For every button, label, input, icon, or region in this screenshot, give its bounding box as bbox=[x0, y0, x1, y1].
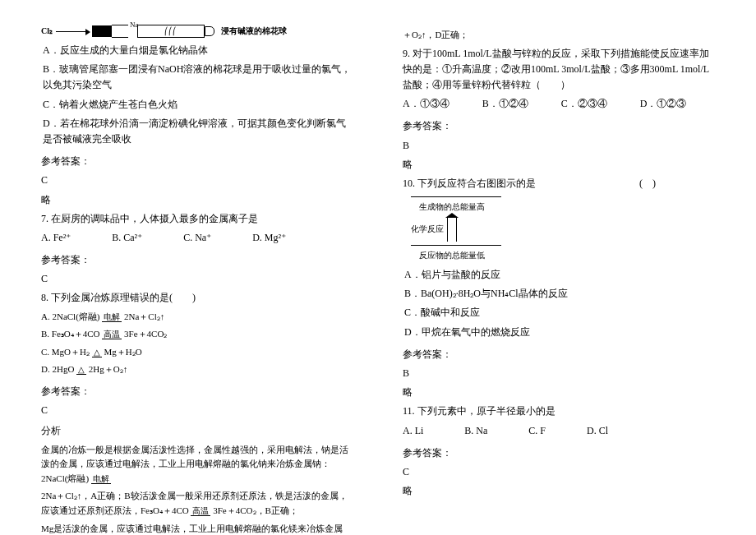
question-11: 11. 下列元素中，原子半径最小的是 bbox=[403, 404, 715, 419]
q11-opt-A: A. Li bbox=[403, 423, 423, 439]
q7-opt-C: C. Na⁺ bbox=[183, 230, 211, 246]
q8-opt-C: C. MgO＋H₂ △ Mg＋H₂O bbox=[41, 345, 353, 360]
analysis-para-2: Mg是活泼的金属，应该通过电解法，工业上用电解熔融的氯化镁来冶炼金属镁，MgCl… bbox=[41, 522, 353, 535]
energy-diagram: 生成物的总能量高 化学反应 反应物的总能量低 bbox=[411, 196, 542, 262]
q11-opt-D: D. Cl bbox=[587, 423, 608, 439]
q8C-cond: △ bbox=[92, 348, 102, 357]
ref-answer-label-7: 参考答案： bbox=[41, 252, 353, 268]
tube-cap bbox=[205, 26, 214, 36]
tube-assembly: Na ⎛⎛⎛ bbox=[92, 25, 214, 38]
analysis-label: 分析 bbox=[41, 423, 353, 439]
q8-opt-A: A. 2NaCl(熔融) 电解 2Na＋Cl₂↑ bbox=[41, 310, 353, 325]
q8D-tail: 2Hg＋O₂↑ bbox=[86, 364, 127, 374]
tube-body: ⎛⎛⎛ bbox=[137, 25, 205, 38]
q9-options: A．①③④ B．①②④ C．②③④ D．①②③ bbox=[403, 96, 715, 112]
q8A-head: A. 2NaCl(熔融) bbox=[41, 311, 102, 321]
q6-option-B: B．玻璃管尾部塞一团浸有NaOH溶液的棉花球是用于吸收过量的氯气，以免其污染空气 bbox=[43, 62, 353, 93]
energy-bottom-line bbox=[411, 245, 501, 246]
ref-answer-label-9: 参考答案： bbox=[403, 118, 715, 134]
diagram-caption: 浸有碱液的棉花球 bbox=[221, 25, 287, 38]
q8B-head: B. Fe₃O₄＋4CO bbox=[41, 329, 102, 339]
energy-mid-text: 化学反应 bbox=[411, 223, 444, 236]
q10-opt-C: C．酸碱中和反应 bbox=[404, 305, 715, 321]
experiment-diagram: Cl₂ Na ⎛⎛⎛ 浸有碱液的棉花球 bbox=[41, 25, 353, 38]
q11-options: A. Li B. Na C. F D. Cl bbox=[403, 423, 715, 439]
ref-answer-label-11: 参考答案： bbox=[403, 445, 715, 461]
q9-opt-C: C．②③④ bbox=[561, 96, 607, 112]
energy-top-line bbox=[411, 196, 501, 197]
q7-opt-B: B. Ca²⁺ bbox=[112, 230, 142, 246]
ana-cond1: 电解 bbox=[91, 474, 111, 484]
q9-opt-B: B．①②④ bbox=[482, 96, 528, 112]
q10-opt-D: D．甲烷在氧气中的燃烧反应 bbox=[404, 325, 715, 340]
question-7: 7. 在厨房的调味品中，人体摄入最多的金属离子是 bbox=[41, 211, 353, 227]
analysis-para-1b: 2Na＋Cl₂↑，A正确；B较活泼金属一般采用还原剂还原法，铁是活泼的金属，应该… bbox=[41, 489, 353, 518]
energy-mid-row: 化学反应 bbox=[411, 217, 542, 242]
omit-6: 略 bbox=[41, 192, 353, 208]
omit-11: 略 bbox=[403, 483, 715, 499]
question-9: 9. 对于100mL 1mol/L盐酸与锌粒的反应，采取下列措施能使反应速率加快… bbox=[403, 46, 715, 94]
q8D-cond: △ bbox=[76, 365, 86, 375]
q10-opt-A: A．铝片与盐酸的反应 bbox=[404, 267, 715, 283]
q7-opt-A: A. Fe²⁺ bbox=[41, 230, 71, 246]
gas-arrow bbox=[56, 31, 89, 32]
energy-top-text: 生成物的总能量高 bbox=[419, 201, 542, 214]
ref-answer-label-8: 参考答案： bbox=[41, 384, 353, 399]
na-label: Na bbox=[130, 19, 139, 30]
answer-6: C bbox=[41, 173, 353, 188]
q6-option-A: A．反应生成的大量白烟是氯化钠晶体 bbox=[43, 43, 353, 58]
question-8: 8. 下列金属冶炼原理错误的是( ) bbox=[41, 290, 353, 306]
q8-opt-D: D. 2HgO △ 2Hg＋O₂↑ bbox=[41, 362, 353, 377]
ana-2a: Mg是活泼的金属，应该通过电解法，工业上用电解熔融的氯化镁来冶炼金属镁，MgCl… bbox=[41, 523, 343, 535]
up-arrow-icon bbox=[447, 217, 457, 242]
answer-11: C bbox=[403, 464, 715, 480]
ana-cond2: 高温 bbox=[191, 506, 210, 516]
q8B-cond: 高温 bbox=[102, 330, 122, 339]
omit-10: 略 bbox=[403, 385, 715, 400]
ana-1a: 金属的冶炼一般是根据金属活泼性选择，金属性越强的，采用电解法，钠是活泼的金属，应… bbox=[41, 445, 348, 483]
ref-answer-label-6: 参考答案： bbox=[41, 154, 353, 169]
answer-7: C bbox=[41, 271, 353, 287]
left-column: Cl₂ Na ⎛⎛⎛ 浸有碱液的棉花球 A．反应生成的大量白烟是氯化钠晶体 B．… bbox=[41, 25, 353, 535]
q11-opt-B: B. Na bbox=[464, 423, 487, 439]
tube-white-seg bbox=[112, 25, 128, 38]
question-10: 10. 下列反应符合右图图示的是 ( ) bbox=[403, 176, 715, 191]
top-continuation: ＋O₂↑，D正确； bbox=[403, 28, 715, 43]
ana-1c: 3Fe＋4CO₂，B正确； bbox=[210, 505, 297, 515]
q11-opt-C: C. F bbox=[528, 423, 546, 439]
tube-left-block bbox=[92, 25, 112, 37]
q10-text: 10. 下列反应符合右图图示的是 bbox=[403, 178, 536, 189]
cl2-label: Cl₂ bbox=[41, 25, 53, 38]
q6-option-C: C．钠着火燃烧产生苍白色火焰 bbox=[43, 97, 353, 113]
q8B-tail: 3Fe＋4CO₂ bbox=[122, 329, 167, 339]
q7-options: A. Fe²⁺ B. Ca²⁺ C. Na⁺ D. Mg²⁺ bbox=[41, 230, 353, 246]
q9-opt-D: D．①②③ bbox=[640, 96, 687, 112]
right-column: ＋O₂↑，D正确； 9. 对于100mL 1mol/L盐酸与锌粒的反应，采取下列… bbox=[403, 25, 715, 535]
q8C-tail: Mg＋H₂O bbox=[102, 347, 142, 357]
q8D-head: D. 2HgO bbox=[41, 364, 76, 374]
energy-bottom-text: 反应物的总能量低 bbox=[419, 249, 542, 262]
q8A-cond: 电解 bbox=[102, 312, 122, 322]
q8-opt-B: B. Fe₃O₄＋4CO 高温 3Fe＋4CO₂ bbox=[41, 327, 353, 342]
answer-10: B bbox=[403, 366, 715, 381]
answer-8: C bbox=[41, 403, 353, 418]
q8A-tail: 2Na＋Cl₂↑ bbox=[122, 311, 164, 321]
q7-opt-D: D. Mg²⁺ bbox=[252, 230, 286, 246]
q8C-head: C. MgO＋H₂ bbox=[41, 347, 92, 357]
q6-option-D: D．若在棉花球外沿滴一滴淀粉碘化钾溶液，可据其颜色变化判断氯气是否被碱液完全吸收 bbox=[43, 116, 353, 147]
q10-paren: ( ) bbox=[639, 178, 656, 189]
analysis-para-1: 金属的冶炼一般是根据金属活泼性选择，金属性越强的，采用电解法，钠是活泼的金属，应… bbox=[41, 443, 353, 487]
q9-opt-A: A．①③④ bbox=[403, 96, 449, 112]
q10-opt-B: B．Ba(OH)₂·8H₂O与NH₄Cl晶体的反应 bbox=[404, 286, 715, 302]
answer-9: B bbox=[403, 138, 715, 154]
ref-answer-label-10: 参考答案： bbox=[403, 347, 715, 362]
omit-9: 略 bbox=[403, 157, 715, 173]
